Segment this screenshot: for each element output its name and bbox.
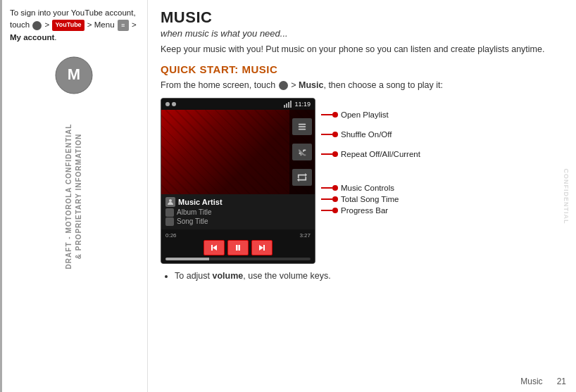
ann-label-5: Total Song Time (341, 195, 399, 203)
music-song-row: Song Title (165, 217, 311, 226)
ann-line-5 (321, 198, 332, 200)
player-controls: 0:26 3:27 (161, 229, 315, 263)
music-artist-row: Music Artist (165, 197, 311, 207)
youtube-icon-badge: YouTube (52, 20, 84, 31)
player-right-controls (289, 110, 315, 194)
music-title: MUSIC (161, 8, 563, 27)
svg-rect-4 (299, 128, 306, 129)
svg-text:M: M (67, 65, 80, 83)
ann-shuffle: Shuffle On/Off (321, 130, 420, 139)
quick-start-desc: From the home screen, touch > Music, the… (161, 79, 563, 92)
music-album-text: Album Title (177, 208, 211, 216)
right-panel: MUSIC when music is what you need... Kee… (148, 0, 576, 392)
ann-line-3 (321, 153, 332, 155)
ann-music-controls: Music Controls (321, 184, 420, 192)
qs-desc2: , then choose a song to play it: (323, 80, 443, 90)
arrow1: > (45, 20, 50, 29)
motorola-logo-svg: M (55, 56, 93, 94)
progress-fill (165, 258, 209, 260)
signal-bar-1 (284, 105, 285, 108)
repeat-btn[interactable] (292, 169, 312, 186)
left-bar (0, 0, 2, 392)
page-label: Music (520, 377, 542, 386)
quick-start-title: QUICK START: MUSIC (161, 63, 563, 75)
ann-line-4 (321, 187, 332, 189)
progress-bar[interactable] (165, 258, 311, 260)
bullet-bold: volume (213, 271, 244, 281)
ann-line-6 (321, 210, 332, 211)
watermark: DRAFT - MOTOROLA CONFIDENTIAL & PROPRIET… (64, 123, 84, 269)
arrow3: > (132, 20, 137, 29)
youtube-label: YouTube (55, 20, 81, 30)
music-desc: Keep your music with you! Put music on y… (161, 43, 563, 56)
pause-btn[interactable] (227, 240, 249, 255)
player-mockup: 11:19 (161, 98, 315, 264)
page-number: 21 (557, 377, 566, 386)
status-dot1 (165, 102, 170, 106)
ann-dot-4 (332, 185, 338, 191)
status-dot2 (172, 102, 176, 106)
svg-rect-8 (236, 245, 238, 251)
status-bar: 11:19 (161, 99, 315, 110)
music-album-row: Album Title (165, 208, 311, 217)
ann-open-playlist: Open Playlist (321, 110, 420, 119)
status-time: 11:19 (294, 101, 311, 108)
music-song-icon (165, 217, 174, 226)
music-album-icon (165, 208, 174, 217)
annotations-panel: Open Playlist Shuffle On/Off Repeat Off/… (315, 98, 420, 215)
music-song-text: Song Title (177, 217, 208, 225)
bullet-prefix: To adjust (175, 271, 213, 281)
qs-home-icon (279, 81, 288, 90)
shuffle-btn[interactable] (292, 144, 312, 160)
ann-dot-3 (332, 151, 338, 157)
signal-bar-4 (290, 101, 292, 108)
ann-line-2 (321, 134, 332, 135)
time-row: 0:26 3:27 (165, 232, 311, 239)
bullet-section: To adjust volume, use the volume keys. (161, 270, 563, 283)
ann-dot-1 (332, 112, 338, 118)
prev-btn[interactable] (204, 240, 225, 255)
music-artist-icon (165, 197, 175, 207)
signal-bar-2 (286, 103, 287, 108)
my-account-label: My account (10, 33, 54, 42)
svg-rect-11 (263, 245, 265, 251)
svg-rect-3 (299, 126, 306, 127)
svg-marker-6 (213, 245, 217, 251)
signal-bar-3 (288, 102, 289, 108)
album-art (161, 110, 315, 194)
time-total: 3:27 (299, 232, 311, 239)
time-elapsed: 0:26 (165, 232, 177, 239)
qs-music-label: Music (299, 80, 323, 90)
home-icon (32, 21, 42, 30)
music-info: Music Artist Album Title Song Title (161, 194, 315, 229)
player-section: 11:19 (161, 98, 563, 264)
music-subtitle: when music is what you need... (161, 28, 563, 39)
intro-text: To sign into your YouTube account, touch… (10, 7, 137, 44)
bullet-volume: To adjust volume, use the volume keys. (175, 270, 563, 283)
next-btn[interactable] (251, 240, 273, 255)
ann-total-time: Total Song Time (321, 195, 420, 203)
left-panel: To sign into your YouTube account, touch… (0, 0, 148, 392)
menu-word: enu (101, 20, 114, 29)
bullet-suffix: , use the volume keys. (243, 271, 330, 281)
ann-dot-2 (332, 132, 338, 137)
controls-row (165, 240, 311, 255)
svg-marker-10 (259, 245, 263, 251)
svg-rect-9 (239, 245, 241, 251)
svg-rect-2 (299, 123, 306, 125)
music-artist-text: Music Artist (178, 198, 223, 206)
status-bar-right: 11:19 (284, 101, 311, 108)
ann-dot-6 (332, 208, 338, 213)
ann-label-1: Open Playlist (341, 110, 389, 119)
watermark-line2: & PROPRIETARY INFORMATION (74, 123, 84, 269)
ann-repeat: Repeat Off/All/Current (321, 150, 420, 158)
ann-progress-bar: Progress Bar (321, 206, 420, 215)
ann-line-1 (321, 114, 332, 115)
status-bar-left (165, 102, 176, 106)
ann-dot-5 (332, 196, 338, 202)
signal-bars (284, 101, 292, 108)
svg-point-5 (169, 199, 172, 202)
watermark-line1: DRAFT - MOTOROLA CONFIDENTIAL (64, 123, 74, 269)
playlist-btn[interactable] (292, 118, 312, 135)
arrow2: > (87, 20, 92, 29)
